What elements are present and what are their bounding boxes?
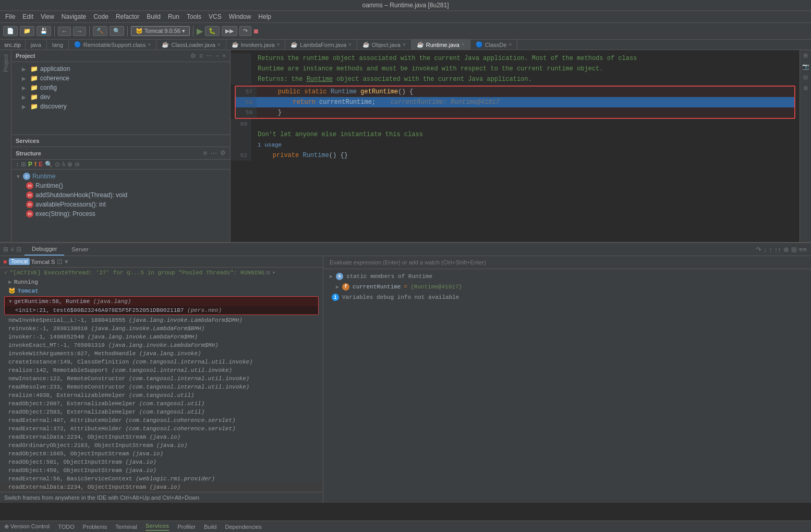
frame-newinvokespecial[interactable]: newInvokeSpecial__L:-1, 1880418555 (java… (0, 316, 323, 324)
settings-icon[interactable]: ≡ (10, 246, 14, 253)
static-members-row[interactable]: ▶ s static members of Runtime (323, 271, 811, 282)
structure-settings-icon[interactable]: ⚙ (220, 149, 226, 157)
frame-readexternaldata1[interactable]: readExternalData:2234, ObjectInputStream… (0, 433, 323, 441)
frame-readexternal2[interactable]: readExternal:372, AttributeHolder (com.t… (0, 425, 323, 433)
frame-readobject1[interactable]: readObject:2607, ExternalizableHelper (c… (0, 400, 323, 408)
lang-tab[interactable]: lang (47, 40, 69, 50)
code-content[interactable]: Returns the runtime object associated wi… (231, 50, 800, 242)
close-icon[interactable]: × (217, 42, 221, 47)
watch-input-area[interactable]: Evaluate expression (Enter) or add a wat… (323, 256, 811, 269)
struct-icon-anon[interactable]: λ (62, 161, 65, 168)
project-sidebar-label[interactable]: Project (3, 54, 9, 72)
build-button[interactable]: 🔨 (93, 26, 107, 36)
debug-button[interactable]: 🐛 (205, 26, 220, 36)
struct-item-availproc[interactable]: m availableProcessors(): int (11, 200, 230, 209)
frame-readobject2[interactable]: readObject:2583, ExternalizableHelper (c… (0, 408, 323, 416)
close-icon[interactable]: × (403, 42, 406, 47)
struct-icon-expand[interactable]: ⊕ (67, 161, 72, 168)
frame-readobject3[interactable]: readObject:501, ObjectInputStream (java.… (0, 458, 323, 466)
tab-object[interactable]: ☕ Object.java × (357, 40, 411, 50)
frame-readexternal1[interactable]: readExternal:407, AttributeHolder (com.t… (0, 416, 323, 425)
restore-icon[interactable]: ⊞ (3, 246, 8, 253)
struct-item-constructor[interactable]: m Runtime() (11, 181, 230, 190)
active-thread-row[interactable]: ✓ "[ACTIVE] ExecuteThread: '27' for q...… (0, 268, 323, 277)
tree-item-dev[interactable]: ▶ 📁 dev (11, 92, 230, 102)
tomcat-dropdown[interactable]: 🐱 Tomcat 9.0.56 ▾ (131, 26, 190, 36)
run-button[interactable]: ▶ (197, 26, 203, 36)
struct-item-exec[interactable]: m exec(String): Process (11, 209, 230, 219)
close-icon[interactable]: × (462, 42, 465, 47)
structure-more-icon[interactable]: ⋯ (210, 149, 217, 157)
frame-readordinaryobject[interactable]: readOrdinaryObject:2183, ObjectInputStre… (0, 441, 323, 450)
collapse-frames-icon[interactable]: ▾ (65, 258, 68, 265)
search-button[interactable]: 🔍 (110, 26, 124, 36)
right-icon-3[interactable]: ⊟ (803, 74, 808, 81)
struct-icon-2[interactable]: ⊞ (21, 161, 26, 168)
frame-realize1[interactable]: realize:142, RemotableSupport (com.tango… (0, 366, 323, 374)
thread-list[interactable]: ✓ "[ACTIVE] ExecuteThread: '27' for q...… (0, 268, 323, 492)
new-file-button[interactable]: 📄 (3, 26, 18, 36)
frame-readresolve[interactable]: readResolve:233, RemoteConstructor (com.… (0, 383, 323, 391)
frame-invoker[interactable]: invoker:-1, 1498852540 (java.lang.invoke… (0, 333, 323, 341)
menu-edit[interactable]: Edit (19, 12, 37, 21)
frame-reinvoke[interactable]: reinvoke:-1, 2030138610 (java.lang.invok… (0, 324, 323, 333)
tree-item-coherence[interactable]: ▶ 📁 coherence (11, 74, 230, 83)
status-services[interactable]: Services (146, 523, 169, 531)
running-row[interactable]: ▶ Running (0, 277, 323, 286)
layout-icon[interactable]: ≡≡ (799, 246, 807, 253)
pin-icon[interactable]: ⊟ (16, 246, 21, 253)
menu-help[interactable]: Help (255, 12, 274, 21)
menu-refactor[interactable]: Refactor (113, 12, 142, 21)
filter-icon[interactable]: ⊡ (57, 258, 63, 265)
struct-icon-collapse[interactable]: ⊖ (75, 161, 80, 168)
menu-vcs[interactable]: VCS (205, 12, 225, 21)
menu-view[interactable]: View (38, 12, 57, 21)
current-runtime-row[interactable]: ▶ f currentRuntime = {Runtime@41917} (323, 282, 811, 292)
step-out-icon[interactable]: ↑ (769, 246, 772, 253)
forward-button[interactable]: → (73, 27, 86, 36)
menu-run[interactable]: Run (165, 12, 183, 21)
thread-dropdown-icon[interactable]: ▾ (272, 269, 276, 276)
tomcat-row[interactable]: 🐱 Tomcat (0, 286, 323, 295)
tab-runtime[interactable]: ☕ Runtime.java × (411, 40, 470, 50)
close-icon[interactable]: × (348, 42, 352, 47)
status-build[interactable]: Build (204, 524, 216, 530)
status-dependencies[interactable]: Dependencies (225, 524, 261, 530)
struct-item-addhook[interactable]: m addShutdownHook(Thread): void (11, 190, 230, 200)
right-icon-4[interactable]: ⚙ (803, 85, 808, 92)
struct-icon-pub[interactable]: P (28, 161, 32, 168)
close-icon[interactable]: × (509, 42, 512, 47)
right-icon-1[interactable]: ⊞ (803, 52, 808, 59)
save-button[interactable]: 💾 (37, 26, 51, 36)
resume-button[interactable]: ▶▶ (222, 26, 237, 36)
status-terminal[interactable]: Terminal (115, 524, 137, 530)
menu-navigate[interactable]: Navigate (58, 12, 89, 21)
tab-classde[interactable]: 🔵 ClassDe × (470, 40, 517, 50)
frame-getruntime[interactable]: ▼ getRuntime:58, Runtime (java.lang) (5, 297, 318, 306)
back-button[interactable]: ← (58, 27, 71, 36)
frame-readobject0[interactable]: readObject0:1665, ObjectInputStream (jav… (0, 450, 323, 458)
evaluate-icon[interactable]: ⊕ (783, 246, 789, 253)
tree-item-config[interactable]: ▶ 📁 config (11, 83, 230, 92)
frame-init[interactable]: <init>:21, test6$80B23246A978E5F5F252051… (5, 306, 318, 315)
frame-realize2[interactable]: realize:4938, ExternalizableHelper (com.… (0, 391, 323, 400)
frame-invokeexact[interactable]: invokeExact_MT:-1, 765091319 (java.lang.… (0, 341, 323, 349)
struct-icon-filter[interactable]: 🔍 (45, 161, 53, 168)
expand-icon[interactable]: ▶ (8, 279, 12, 285)
menu-build[interactable]: Build (143, 12, 164, 21)
frame-readexternaldata2[interactable]: readExternalData:2234, ObjectInputStream… (0, 483, 323, 491)
step-into-icon[interactable]: ↓ (764, 246, 767, 253)
java-tab[interactable]: java (26, 40, 47, 50)
tab-server[interactable]: Server (64, 244, 95, 255)
menu-window[interactable]: Window (226, 12, 255, 21)
frames-icon[interactable]: ⊞ (791, 246, 797, 253)
frame-readobject4[interactable]: readObject:459, ObjectInputStream (java.… (0, 466, 323, 475)
close-icon[interactable]: × (277, 42, 280, 47)
struct-icon-err[interactable]: E (39, 161, 43, 168)
struct-icon-sort[interactable]: ⊙ (55, 161, 60, 168)
tree-item-discovery[interactable]: ▶ 📁 discovery (11, 102, 230, 111)
step-over-button[interactable]: ↷ (239, 26, 251, 36)
menu-tools[interactable]: Tools (184, 12, 204, 21)
status-version-control[interactable]: ⊕ Version Control (4, 523, 50, 530)
status-todo[interactable]: TODO (58, 524, 75, 530)
